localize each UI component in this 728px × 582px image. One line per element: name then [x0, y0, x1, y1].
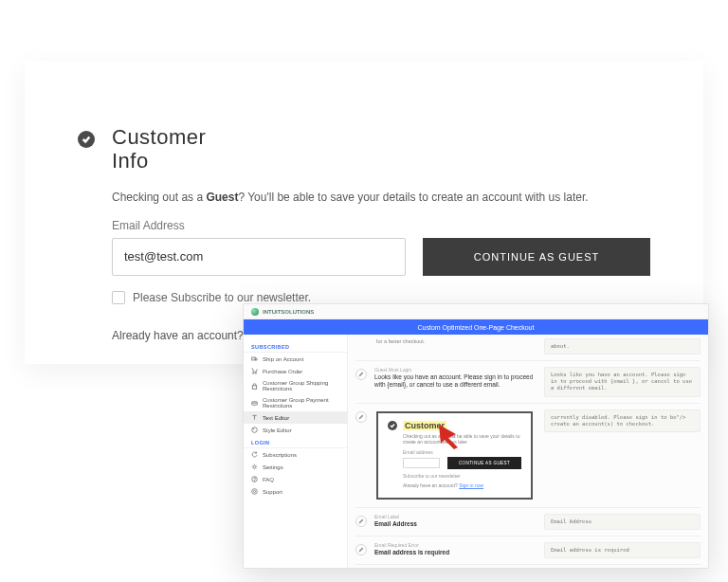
sidebar-item-support[interactable]: Support: [244, 485, 347, 498]
config-row-partial: for a faster checkout. about.: [355, 338, 701, 361]
config-code: Email Address: [544, 514, 701, 530]
arrow-icon: [435, 421, 473, 449]
config-partial-text: for a faster checkout.: [376, 338, 537, 344]
svg-point-1: [252, 373, 253, 373]
admin-brandbar: INTUITSOLUTIONS: [244, 304, 708, 319]
config-code: Email address is required: [544, 542, 701, 558]
config-row-customer: Customer Checking out as a Guest be able…: [355, 404, 701, 508]
admin-panel: INTUITSOLUTIONS Custom Optimized One-Pag…: [243, 303, 709, 569]
preview-continue-button[interactable]: CONTINUE AS GUEST: [447, 457, 521, 469]
svg-point-8: [253, 465, 256, 468]
svg-point-2: [255, 373, 256, 373]
step-title-line2: Info: [112, 149, 149, 173]
admin-sidebar: SUBSCRIBED Ship on Account Purchase Orde…: [244, 335, 348, 568]
admin-content: for a faster checkout. about. Guest Must…: [348, 335, 708, 568]
sidebar-item-style-editor[interactable]: Style Editor: [244, 424, 347, 436]
sidebar-section-login: LOGIN: [244, 436, 347, 448]
sidebar-item-purchase-order[interactable]: Purchase Order: [244, 365, 347, 377]
config-code: currently disabled. Please sign in to be…: [544, 409, 701, 432]
subscribe-checkbox[interactable]: [112, 291, 125, 304]
svg-rect-0: [252, 357, 256, 360]
edit-icon[interactable]: [355, 516, 367, 527]
sidebar-item-group-shipping[interactable]: Customer Group Shipping Restrictions: [244, 377, 347, 394]
edit-icon[interactable]: [355, 411, 367, 423]
preview-signin: Already have an account? Sign in now: [403, 482, 521, 488]
preview-email-label: Email address: [403, 449, 521, 455]
text-icon: [251, 414, 258, 421]
sidebar-item-subscriptions[interactable]: Subscriptions: [244, 448, 347, 461]
config-row-guest-login: Guest Must Login Looks like you have an …: [355, 361, 701, 403]
guest-hint: Checking out as a Guest? You'll be able …: [112, 191, 650, 204]
subscribe-label: Please Subscribe to our newsletter.: [133, 291, 311, 304]
email-label: Email Address: [112, 219, 650, 232]
card-icon: [251, 400, 258, 407]
refresh-icon: [251, 451, 258, 458]
config-partial-code: about.: [544, 338, 701, 355]
cart-icon: [251, 368, 258, 374]
svg-point-6: [252, 427, 258, 433]
sidebar-section-subscribed: SUBSCRIBED: [244, 340, 347, 353]
truck-icon: [251, 355, 258, 362]
sidebar-item-group-payment[interactable]: Customer Group Payment Restrictions: [244, 394, 347, 411]
config-row-trailing: Email Format Error: [355, 565, 701, 568]
admin-header: Custom Optimized One-Page Checkout: [244, 319, 708, 335]
svg-marker-13: [439, 425, 458, 449]
preview-subscribe: Subscribe to our newsletter: [403, 473, 521, 479]
subscribe-row[interactable]: Please Subscribe to our newsletter.: [112, 291, 650, 304]
config-row-email-required: Email Required Error Email address is re…: [355, 537, 701, 565]
edit-icon[interactable]: [355, 544, 367, 555]
sidebar-item-ship-on-account[interactable]: Ship on Account: [244, 353, 347, 365]
admin-body: SUBSCRIBED Ship on Account Purchase Orde…: [244, 335, 708, 568]
check-icon: [388, 421, 397, 430]
svg-point-11: [252, 489, 258, 495]
svg-rect-3: [252, 385, 256, 389]
globe-icon: [251, 308, 259, 316]
edit-icon[interactable]: [355, 369, 367, 380]
sidebar-item-faq[interactable]: FAQ: [244, 473, 347, 485]
svg-point-7: [253, 428, 254, 429]
email-input[interactable]: [112, 238, 406, 276]
brand-label: INTUITSOLUTIONS: [263, 309, 314, 315]
config-row-email-label: Email Label Email Address Email Address: [355, 508, 701, 537]
help-icon: [251, 476, 258, 482]
continue-as-guest-button[interactable]: CONTINUE AS GUEST: [423, 238, 650, 276]
preview-email-input[interactable]: [403, 458, 440, 468]
step-title-line1: Customer: [112, 125, 206, 149]
config-code: Looks like you have an account. Please s…: [544, 367, 701, 396]
check-icon: [78, 131, 95, 148]
svg-point-12: [253, 490, 255, 492]
step-header: Customer Info: [78, 125, 650, 173]
svg-point-10: [254, 481, 255, 482]
customer-preview: Customer Checking out as a Guest be able…: [376, 411, 533, 500]
email-row: CONTINUE AS GUEST: [112, 238, 650, 276]
preview-signin-link[interactable]: Sign in now: [459, 482, 483, 488]
support-icon: [251, 488, 258, 495]
gear-icon: [251, 464, 258, 470]
sidebar-item-settings[interactable]: Settings: [244, 461, 347, 473]
palette-icon: [251, 427, 258, 433]
sidebar-item-text-editor[interactable]: Text Editor: [244, 411, 347, 424]
step-title: Customer Info: [112, 125, 206, 173]
lock-icon: [251, 383, 258, 390]
